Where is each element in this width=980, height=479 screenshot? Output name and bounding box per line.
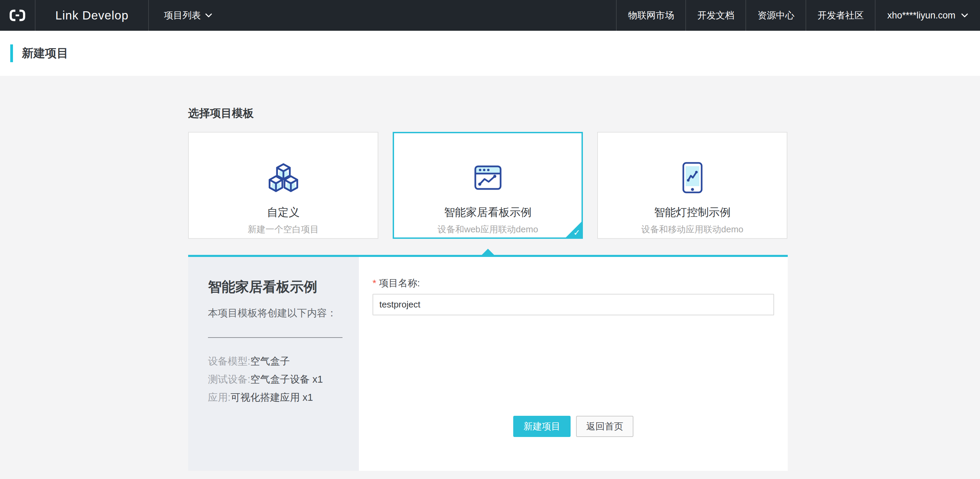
alibaba-cloud-logo-icon — [8, 8, 26, 22]
project-form: * 项目名称: 新建项目 返回首页 — [359, 257, 788, 471]
project-list-menu[interactable]: 项目列表 — [148, 0, 228, 31]
card-subtitle: 新建一个空白项目 — [248, 224, 319, 235]
card-title: 智能家居看板示例 — [444, 205, 532, 220]
page-header: 新建项目 — [0, 31, 980, 76]
nav-iot-market[interactable]: 物联网市场 — [616, 0, 685, 31]
card-subtitle: 设备和移动应用联动demo — [641, 224, 743, 235]
form-actions: 新建项目 返回首页 — [372, 416, 774, 437]
nav-resource-center[interactable]: 资源中心 — [745, 0, 805, 31]
card-title: 智能灯控制示例 — [654, 205, 731, 220]
cubes-icon — [266, 152, 301, 204]
nav-dev-docs[interactable]: 开发文档 — [685, 0, 745, 31]
title-accent-bar — [10, 45, 13, 62]
back-home-button[interactable]: 返回首页 — [576, 416, 633, 437]
template-summary-sidebar: 智能家居看板示例 本项目模板将创建以下内容： 设备模型:空气盒子 测试设备:空气… — [188, 257, 359, 471]
project-name-input[interactable] — [372, 294, 774, 315]
chevron-down-icon — [961, 13, 968, 18]
topbar-right-nav: 物联网市场 开发文档 资源中心 开发者社区 xho****liyun.com — [616, 0, 980, 31]
template-card-custom[interactable]: 自定义 新建一个空白项目 — [188, 132, 378, 239]
project-name-label-row: * 项目名称: — [372, 278, 788, 289]
template-summary-list: 设备模型:空气盒子 测试设备:空气盒子设备 x1 应用:可视化搭建应用 x1 — [208, 352, 342, 407]
nav-developer-community[interactable]: 开发者社区 — [805, 0, 875, 31]
template-section-heading: 选择项目模板 — [188, 106, 980, 121]
template-summary-title: 智能家居看板示例 — [208, 278, 342, 296]
account-name: xho****liyun.com — [887, 10, 955, 21]
alibaba-cloud-logo[interactable] — [0, 0, 35, 31]
account-menu[interactable]: xho****liyun.com — [875, 0, 980, 31]
template-card-smart-home-dashboard[interactable]: 智能家居看板示例 设备和web应用联动demo ✓ — [393, 132, 583, 239]
template-card-smart-light[interactable]: 智能灯控制示例 设备和移动应用联动demo — [597, 132, 788, 239]
list-item: 应用:可视化搭建应用 x1 — [208, 388, 342, 407]
list-item: 测试设备:空气盒子设备 x1 — [208, 370, 342, 388]
brand-title[interactable]: Link Develop — [35, 0, 148, 31]
card-subtitle: 设备和web应用联动demo — [438, 224, 538, 235]
card-title: 自定义 — [267, 205, 300, 220]
divider — [208, 337, 342, 338]
mobile-chart-icon — [682, 152, 703, 204]
checkmark-icon: ✓ — [573, 228, 580, 238]
page: Link Develop 项目列表 物联网市场 开发文档 资源中心 开发者社区 … — [0, 0, 980, 479]
dashboard-window-icon — [474, 152, 502, 204]
template-detail-panel: 智能家居看板示例 本项目模板将创建以下内容： 设备模型:空气盒子 测试设备:空气… — [188, 255, 788, 471]
page-title: 新建项目 — [22, 45, 68, 61]
project-list-label: 项目列表 — [164, 9, 201, 22]
topbar: Link Develop 项目列表 物联网市场 开发文档 资源中心 开发者社区 … — [0, 0, 980, 31]
main-content: 选择项目模板 自定义 新建 — [0, 76, 980, 471]
project-name-label: 项目名称: — [379, 277, 420, 290]
required-asterisk: * — [372, 278, 376, 289]
selected-pointer — [482, 249, 494, 255]
template-cards: 自定义 新建一个空白项目 — [188, 132, 980, 239]
list-item: 设备模型:空气盒子 — [208, 352, 342, 370]
template-summary-intro: 本项目模板将创建以下内容： — [208, 307, 342, 320]
create-project-button[interactable]: 新建项目 — [513, 416, 571, 437]
chevron-down-icon — [205, 13, 212, 18]
